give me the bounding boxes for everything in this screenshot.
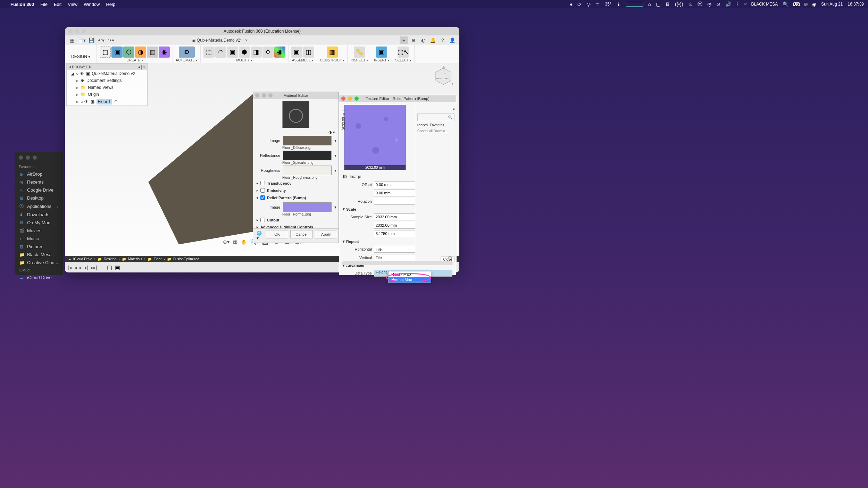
box-icon[interactable]: ▣	[111, 47, 123, 58]
save-icon[interactable]: 💾	[87, 36, 95, 44]
combine-icon[interactable]: ⬢	[239, 47, 250, 58]
finder-desktop[interactable]: 🖥Desktop	[15, 194, 63, 202]
orbit-icon[interactable]: ⊕▾	[223, 239, 229, 245]
tree-origin[interactable]: Origin	[88, 92, 99, 97]
dropdown-option-normalmap[interactable]: Normal Map	[389, 277, 431, 283]
select-icon[interactable]: ⬚↖	[398, 47, 409, 58]
expand-icon[interactable]: ⇥	[451, 107, 454, 111]
menu-view[interactable]: View	[68, 2, 77, 7]
expand-icon[interactable]: ▸	[257, 189, 258, 192]
help-icon[interactable]: ?	[439, 36, 447, 44]
umbrella-icon[interactable]: ☂	[595, 1, 600, 7]
globe-icon[interactable]: 🌐▾	[254, 230, 264, 241]
profile-icon[interactable]: 👤	[448, 36, 457, 44]
inspect-icon[interactable]: 📏	[354, 47, 365, 58]
crumb-1[interactable]: Desktop	[104, 257, 117, 261]
bluetooth-icon[interactable]: ᛒ	[736, 1, 739, 7]
finder-music[interactable]: ♪Music	[15, 235, 63, 243]
menubar-app-name[interactable]: Fusion 360	[10, 2, 34, 7]
preview-options-icon[interactable]: ◑ ▾	[253, 130, 339, 135]
tri-icon[interactable]: ◢	[71, 71, 74, 76]
cutout-checkbox[interactable]	[260, 218, 265, 222]
finder-downloads[interactable]: ⬇Downloads	[15, 211, 63, 219]
close-icon[interactable]	[68, 29, 73, 33]
newtab-icon[interactable]: +	[400, 36, 408, 44]
finder-movies[interactable]: 🎬Movies	[15, 227, 63, 235]
revolve-icon[interactable]: ◑	[135, 47, 146, 58]
menubar-time[interactable]: 16:37:39	[848, 2, 864, 7]
tl-prev-icon[interactable]: ◂	[74, 265, 77, 270]
fillet-icon[interactable]: ◠	[215, 47, 226, 58]
collapse-icon[interactable]: ▾	[257, 196, 258, 200]
translucency-checkbox[interactable]	[260, 181, 265, 185]
close-tab-icon[interactable]: ×	[245, 38, 248, 43]
relief-checkbox[interactable]	[260, 195, 265, 200]
dropdown-option-heightmap[interactable]: Height Map	[389, 271, 431, 277]
finder-onmymac[interactable]: 🖥On My Mac	[15, 219, 63, 227]
redo-icon[interactable]: ↷▾	[107, 36, 115, 44]
circle-icon[interactable]: ⊙	[716, 1, 720, 7]
roughness-swatch[interactable]	[283, 166, 332, 175]
minimize-icon[interactable]	[348, 96, 352, 101]
material-preview[interactable]: ◯	[282, 101, 309, 128]
crumb-0[interactable]: iCloud Drive	[73, 257, 92, 261]
appearance-icon[interactable]: ◉	[274, 47, 285, 58]
zoom-icon[interactable]	[268, 93, 273, 98]
ok-button[interactable]: OK	[266, 230, 288, 238]
tl-start-icon[interactable]: |◂	[68, 265, 72, 270]
datapanel-icon[interactable]: ▦	[68, 36, 76, 44]
job-status-icon[interactable]: ◐	[419, 36, 427, 44]
tl-feature-2[interactable]: ▣	[115, 264, 120, 271]
dropdown-icon[interactable]: ▾	[334, 168, 336, 173]
close-icon[interactable]	[341, 96, 345, 101]
finder-cc[interactable]: 📁Creative Clou...	[15, 259, 63, 267]
image-label[interactable]: Image	[350, 174, 361, 179]
dropdown-icon[interactable]: ▾	[334, 138, 336, 143]
menu-file[interactable]: File	[40, 2, 48, 7]
menu-window[interactable]: Window	[84, 2, 100, 7]
spotlight-icon[interactable]: 🔍	[783, 1, 788, 7]
tree-docset[interactable]: Document Settings	[86, 78, 122, 83]
host-label[interactable]: BLACK MESA	[751, 2, 778, 7]
weather-graph[interactable]	[626, 2, 643, 7]
tri-icon[interactable]: ▹	[76, 92, 78, 97]
automate-icon[interactable]: ⚙	[179, 47, 195, 58]
status-icon[interactable]: ◎	[586, 1, 591, 7]
group-automate[interactable]: AUTOMATE ▾	[176, 58, 197, 62]
zoom-icon[interactable]	[354, 96, 359, 101]
sketch-icon[interactable]: ▢	[100, 47, 111, 58]
clock-icon[interactable]: ◷	[707, 1, 711, 7]
shell-icon[interactable]: ▣	[227, 47, 238, 58]
group-modify[interactable]: MODIFY ▾	[236, 58, 252, 62]
box-a-icon[interactable]: ▢	[656, 1, 660, 7]
dropdown-icon[interactable]: ▾	[334, 205, 336, 210]
group-create[interactable]: CREATE ▾	[127, 58, 143, 62]
cancel-button[interactable]: Cancel	[290, 230, 312, 238]
crumb-3[interactable]: Floor	[154, 257, 162, 261]
close-icon[interactable]	[255, 93, 259, 98]
minimize-icon[interactable]	[75, 29, 79, 33]
emissivity-checkbox[interactable]	[260, 188, 265, 193]
group-construct[interactable]: CONSTRUCT ▾	[320, 58, 344, 62]
insert-icon[interactable]: ▣	[376, 47, 387, 58]
form-icon[interactable]: ◉	[159, 47, 170, 58]
crumb-2[interactable]: Materials	[128, 257, 142, 261]
tl-end-icon[interactable]: ▸▸|	[91, 265, 97, 270]
minimize-icon[interactable]	[262, 93, 266, 98]
tree-root[interactable]: QuixelMaterialDemo v2	[92, 71, 135, 76]
collapse-icon[interactable]: ▾	[343, 239, 345, 244]
broadcast-icon[interactable]: ((•))	[675, 1, 683, 7]
hole-icon[interactable]: ▦	[147, 47, 158, 58]
look-icon[interactable]: ▦	[233, 239, 237, 245]
wifi-icon[interactable]: ⌔	[744, 1, 746, 7]
finder-recents[interactable]: ◷Recents	[15, 178, 63, 186]
extensions-icon[interactable]: ⊕	[409, 36, 418, 44]
assem1-icon[interactable]: ▣	[291, 47, 302, 58]
house-icon[interactable]: ⌂	[648, 1, 651, 7]
zoom-icon[interactable]	[33, 155, 37, 160]
file-icon[interactable]: 📄▾	[77, 36, 86, 44]
diffuse-swatch[interactable]	[283, 136, 332, 145]
menu-edit[interactable]: Edit	[54, 2, 61, 7]
crumb-4[interactable]: FusionOptimized	[173, 257, 199, 261]
assem2-icon[interactable]: ◫	[303, 47, 314, 58]
